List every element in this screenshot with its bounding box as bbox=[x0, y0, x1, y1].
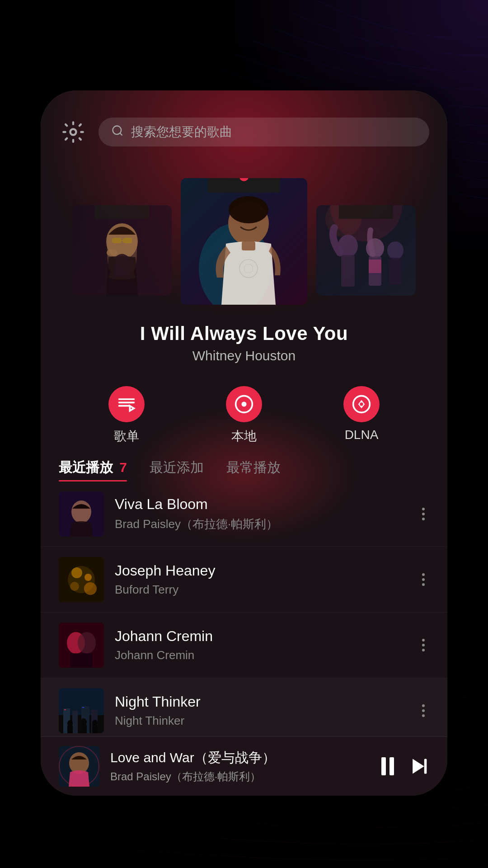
more-button-4[interactable] bbox=[418, 700, 429, 722]
song-row[interactable]: Joseph Heaney Buford Terry bbox=[41, 547, 447, 613]
song-row[interactable]: Viva La Bloom Brad Paisley（布拉德·帕斯利） bbox=[41, 481, 447, 547]
svg-point-1 bbox=[113, 126, 122, 134]
tabs-section: 最近播放 7 最近添加 最常播放 bbox=[41, 454, 447, 481]
svg-rect-50 bbox=[67, 726, 73, 733]
skip-forward-icon bbox=[408, 756, 429, 776]
pause-icon bbox=[381, 757, 394, 775]
local-icon-circle bbox=[226, 386, 262, 422]
song-subtitle-4: Night Thinker bbox=[115, 714, 407, 728]
svg-point-0 bbox=[70, 129, 76, 135]
svg-point-51 bbox=[80, 718, 87, 726]
song-list[interactable]: Viva La Bloom Brad Paisley（布拉德·帕斯利） bbox=[41, 481, 447, 736]
svg-rect-52 bbox=[80, 725, 87, 733]
svg-rect-24 bbox=[389, 258, 401, 285]
svg-point-49 bbox=[67, 720, 73, 726]
featured-song-info: I Will Always Love You Whitney Houston bbox=[122, 314, 366, 368]
song-thumb-4 bbox=[59, 688, 104, 733]
song-row[interactable]: Johann Cremin Johann Cremin bbox=[41, 613, 447, 678]
now-playing-bar[interactable]: Love and War（爱与战争） Brad Paisley（布拉德·帕斯利） bbox=[41, 736, 447, 796]
svg-rect-12 bbox=[242, 241, 255, 250]
local-icon bbox=[234, 394, 254, 414]
playback-controls bbox=[381, 756, 429, 776]
svg-point-39 bbox=[78, 632, 96, 654]
featured-title: I Will Always Love You bbox=[140, 323, 348, 344]
tab-recent-add[interactable]: 最近添加 bbox=[150, 458, 204, 481]
song-details-3: Johann Cremin Johann Cremin bbox=[115, 628, 407, 662]
song-title-1: Viva La Bloom bbox=[115, 496, 407, 513]
tab-recent-add-label: 最近添加 bbox=[150, 460, 204, 475]
playlist-icon-circle bbox=[108, 386, 145, 422]
featured-artist: Whitney Houston bbox=[140, 348, 348, 363]
song-subtitle-2: Buford Terry bbox=[115, 583, 407, 597]
tab-recent-play-label: 最近播放 bbox=[59, 460, 113, 475]
svg-point-53 bbox=[92, 720, 98, 726]
playlist-icon bbox=[117, 394, 136, 414]
settings-button[interactable] bbox=[59, 118, 88, 146]
skip-button[interactable] bbox=[408, 756, 429, 776]
nav-playlist-label: 歌单 bbox=[114, 428, 139, 445]
svg-point-35 bbox=[70, 582, 79, 591]
svg-point-7 bbox=[107, 249, 117, 256]
song-thumb-3 bbox=[59, 623, 104, 668]
carousel-section: I Will Always Love You Whitney Houston bbox=[41, 160, 447, 373]
svg-point-11 bbox=[229, 196, 268, 223]
nav-local-label: 本地 bbox=[231, 428, 257, 445]
album-card-right[interactable] bbox=[316, 205, 416, 296]
song-title-2: Joseph Heaney bbox=[115, 562, 407, 579]
svg-point-28 bbox=[360, 402, 363, 406]
search-bar[interactable]: 搜索您想要的歌曲 bbox=[99, 118, 429, 146]
tab-recent-play-count: 7 bbox=[119, 460, 127, 475]
svg-point-36 bbox=[84, 582, 97, 595]
header: 搜索您想要的歌曲 bbox=[41, 90, 447, 160]
phone-frame: 搜索您想要的歌曲 bbox=[41, 90, 447, 796]
pause-bar-left bbox=[381, 757, 386, 775]
album-card-left[interactable] bbox=[72, 205, 172, 296]
svg-rect-48 bbox=[82, 707, 84, 708]
more-button-2[interactable] bbox=[418, 569, 429, 590]
dlna-icon-circle bbox=[343, 386, 380, 422]
nav-icons: 歌单 本地 DLNA bbox=[41, 373, 447, 454]
song-subtitle-3: Johann Cremin bbox=[115, 648, 407, 662]
svg-rect-19 bbox=[341, 255, 355, 287]
svg-point-23 bbox=[387, 241, 404, 259]
now-playing-info: Love and War（爱与战争） Brad Paisley（布拉德·帕斯利） bbox=[110, 749, 371, 784]
nav-dlna[interactable]: DLNA bbox=[343, 386, 380, 445]
svg-point-33 bbox=[71, 567, 82, 578]
tabs-row: 最近播放 7 最近添加 最常播放 bbox=[59, 458, 429, 481]
carousel-container bbox=[41, 169, 447, 314]
svg-point-30 bbox=[71, 500, 91, 523]
pause-button[interactable] bbox=[381, 757, 394, 775]
svg-point-34 bbox=[84, 574, 92, 581]
svg-rect-59 bbox=[424, 759, 427, 774]
song-row[interactable]: Night Thinker Night Thinker bbox=[41, 678, 447, 736]
now-playing-title: Love and War（爱与战争） bbox=[110, 749, 371, 767]
song-title-4: Night Thinker bbox=[115, 693, 407, 710]
album-card-center[interactable] bbox=[181, 178, 307, 305]
nav-dlna-label: DLNA bbox=[345, 428, 379, 442]
search-icon bbox=[111, 124, 124, 140]
svg-rect-44 bbox=[72, 711, 78, 733]
svg-rect-54 bbox=[92, 725, 98, 733]
svg-rect-40 bbox=[70, 653, 93, 668]
more-button-1[interactable] bbox=[418, 503, 429, 525]
svg-point-26 bbox=[242, 402, 247, 407]
more-button-3[interactable] bbox=[418, 634, 429, 656]
song-details-2: Joseph Heaney Buford Terry bbox=[115, 562, 407, 597]
song-thumb-1 bbox=[59, 491, 104, 537]
svg-rect-47 bbox=[64, 709, 66, 710]
now-playing-artist: Brad Paisley（布拉德·帕斯利） bbox=[110, 769, 371, 784]
song-details-1: Viva La Bloom Brad Paisley（布拉德·帕斯利） bbox=[115, 496, 407, 532]
svg-marker-58 bbox=[413, 759, 424, 774]
tab-most-played[interactable]: 最常播放 bbox=[226, 458, 281, 481]
song-title-3: Johann Cremin bbox=[115, 628, 407, 645]
tab-most-played-label: 最常播放 bbox=[226, 460, 281, 475]
now-playing-thumb bbox=[59, 746, 99, 787]
tab-recent-play[interactable]: 最近播放 7 bbox=[59, 458, 127, 481]
nav-playlist[interactable]: 歌单 bbox=[108, 386, 145, 445]
song-thumb-2 bbox=[59, 557, 104, 602]
song-subtitle-1: Brad Paisley（布拉德·帕斯利） bbox=[115, 516, 407, 532]
dlna-icon bbox=[352, 394, 371, 414]
search-placeholder-text: 搜索您想要的歌曲 bbox=[131, 123, 232, 141]
nav-local[interactable]: 本地 bbox=[226, 386, 262, 445]
song-details-4: Night Thinker Night Thinker bbox=[115, 693, 407, 728]
